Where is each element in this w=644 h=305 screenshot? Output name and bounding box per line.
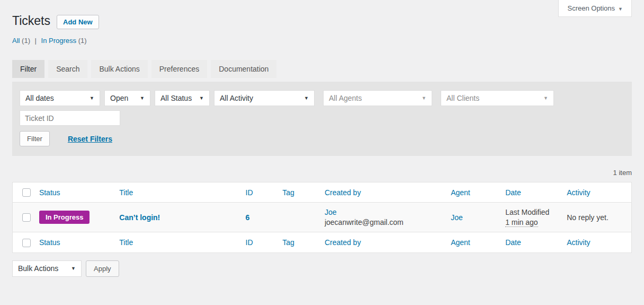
ticket-id-input[interactable] (20, 110, 120, 126)
chevron-down-icon: ▼ (618, 6, 623, 12)
status-badge[interactable]: In Progress (39, 211, 90, 224)
select-all-checkbox-bottom[interactable] (22, 239, 31, 247)
add-new-button[interactable]: Add New (57, 15, 99, 29)
select-arrow-icon: ▼ (422, 95, 426, 101)
filter-panel: All dates ▼ Open ▼ All Status ▼ All Acti… (12, 82, 632, 156)
column-header-id[interactable]: ID (246, 188, 253, 197)
view-in-progress-link[interactable]: In Progress (41, 37, 76, 45)
view-all-link[interactable]: All (12, 37, 20, 45)
column-header-tag[interactable]: Tag (282, 188, 294, 197)
view-all-count: (1) (22, 37, 30, 45)
screen-options-button[interactable]: Screen Options▼ (558, 0, 632, 17)
table-header-row: Status Title ID Tag Created by Agent Dat… (13, 182, 632, 203)
table-footer-row: Status Title ID Tag Created by Agent Dat… (13, 232, 632, 252)
column-footer-id[interactable]: ID (246, 238, 253, 247)
all-dates-select[interactable]: All dates ▼ (20, 90, 100, 106)
agent-link[interactable]: Joe (451, 213, 463, 222)
view-in-progress-count: (1) (78, 37, 87, 45)
row-checkbox[interactable] (22, 213, 31, 222)
date-cell: Last Modified 1 min ago (500, 203, 561, 232)
view-filter-links: All (1) | In Progress (1) (12, 37, 632, 45)
created-by-link[interactable]: Joe (325, 208, 440, 216)
ticket-id-link[interactable]: 6 (246, 213, 250, 222)
select-arrow-icon: ▼ (71, 266, 76, 271)
column-footer-title[interactable]: Title (119, 238, 133, 247)
created-by-email: joecanwrite@gmail.com (325, 218, 404, 226)
ticket-title-link[interactable]: Can’t login! (119, 213, 160, 222)
activity-cell: No reply yet. (561, 203, 631, 232)
apply-button[interactable]: Apply (86, 260, 119, 277)
date-relative-time: 1 min ago (505, 218, 538, 227)
column-header-agent[interactable]: Agent (451, 188, 470, 197)
filter-tabs: Filter Search Bulk Actions Preferences D… (12, 60, 632, 78)
column-header-activity[interactable]: Activity (567, 188, 590, 197)
column-header-status[interactable]: Status (39, 188, 60, 197)
reset-filters-link[interactable]: Reset Filters (68, 135, 112, 143)
column-header-date[interactable]: Date (505, 188, 521, 197)
tab-preferences[interactable]: Preferences (151, 60, 207, 78)
all-clients-combobox[interactable]: All Clients ▼ (441, 90, 554, 106)
open-closed-select[interactable]: Open ▼ (104, 90, 150, 106)
column-footer-tag[interactable]: Tag (282, 238, 294, 247)
select-arrow-icon: ▼ (543, 95, 548, 101)
column-footer-agent[interactable]: Agent (451, 238, 470, 247)
select-all-checkbox[interactable] (22, 188, 31, 197)
ticket-tag-cell (277, 203, 319, 232)
all-status-select[interactable]: All Status ▼ (155, 90, 210, 106)
tickets-table: Status Title ID Tag Created by Agent Dat… (12, 182, 632, 253)
item-count: 1 item (613, 169, 632, 177)
all-agents-combobox[interactable]: All Agents ▼ (323, 90, 432, 106)
tab-bulk-actions[interactable]: Bulk Actions (91, 60, 147, 78)
select-arrow-icon: ▼ (90, 95, 94, 101)
column-header-created-by[interactable]: Created by (325, 188, 361, 197)
select-arrow-icon: ▼ (199, 95, 204, 101)
created-by-cell: Joe joecanwrite@gmail.com (319, 203, 445, 232)
tab-search[interactable]: Search (48, 60, 87, 78)
column-header-title[interactable]: Title (119, 188, 133, 197)
select-arrow-icon: ▼ (304, 95, 309, 101)
column-footer-activity[interactable]: Activity (567, 238, 590, 247)
bulk-actions-select[interactable]: Bulk Actions ▼ (12, 260, 82, 277)
views-separator: | (35, 37, 37, 45)
tab-documentation[interactable]: Documentation (211, 60, 276, 78)
column-footer-created-by[interactable]: Created by (325, 238, 361, 247)
page-title: Tickets (12, 13, 50, 29)
tab-filter[interactable]: Filter (12, 60, 44, 78)
filter-button[interactable]: Filter (20, 131, 50, 146)
column-footer-date[interactable]: Date (505, 238, 521, 247)
select-arrow-icon: ▼ (140, 95, 145, 101)
column-footer-status[interactable]: Status (39, 238, 60, 247)
ticket-row: In Progress Can’t login! 6 Joe joecanwri… (13, 203, 632, 232)
date-modified-label: Last Modified (505, 208, 556, 216)
screen-options-label: Screen Options (567, 4, 615, 12)
all-activity-select[interactable]: All Activity ▼ (214, 90, 315, 106)
